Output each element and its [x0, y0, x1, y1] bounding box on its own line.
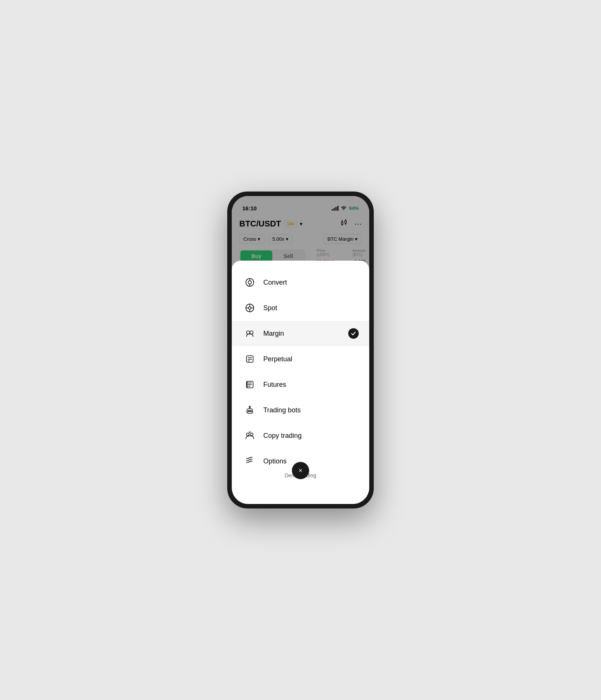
spot-icon — [244, 302, 256, 314]
svg-point-35 — [251, 433, 253, 436]
menu-item-convert-label: Convert — [263, 279, 287, 287]
menu-item-spot[interactable]: Spot — [232, 295, 369, 321]
svg-point-17 — [250, 331, 253, 334]
svg-point-11 — [249, 307, 251, 309]
phone-screen: 16:10 94% BTC/USDT 10x ▾ — [232, 196, 369, 504]
futures-icon — [244, 379, 256, 391]
svg-point-7 — [248, 281, 252, 284]
svg-point-16 — [246, 331, 250, 334]
trading-bots-icon — [244, 404, 256, 416]
menu-item-futures[interactable]: Futures — [232, 372, 369, 397]
options-icon — [244, 455, 256, 467]
menu-item-spot-label: Spot — [263, 304, 277, 312]
svg-point-34 — [246, 433, 249, 436]
menu-item-margin[interactable]: Margin — [232, 321, 369, 346]
convert-icon — [244, 276, 256, 288]
phone-frame: 16:10 94% BTC/USDT 10x ▾ — [227, 192, 374, 508]
menu-item-options-label: Options — [263, 457, 287, 465]
menu-item-copy-trading-label: Copy trading — [263, 432, 302, 440]
menu-item-convert[interactable]: Convert — [232, 270, 369, 295]
menu-item-trading-bots[interactable]: Trading bots — [232, 397, 369, 423]
margin-icon — [244, 327, 256, 339]
menu-item-perpetual-label: Perpetual — [263, 355, 292, 363]
menu-item-trading-bots-label: Trading bots — [263, 406, 300, 414]
menu-item-perpetual[interactable]: Perpetual — [232, 346, 369, 372]
menu-items-container: Convert Spot Margin Perpetual Futures Tr… — [232, 270, 369, 474]
menu-item-futures-label: Futures — [263, 381, 286, 389]
svg-rect-18 — [246, 356, 253, 362]
perpetual-icon — [244, 353, 256, 365]
close-modal-button[interactable]: × — [292, 462, 309, 479]
copy-trading-icon — [244, 430, 256, 442]
menu-item-copy-trading[interactable]: Copy trading — [232, 423, 369, 448]
active-check-badge — [348, 328, 359, 339]
svg-point-29 — [250, 410, 252, 412]
svg-point-28 — [248, 410, 250, 412]
menu-item-margin-label: Margin — [263, 330, 284, 338]
